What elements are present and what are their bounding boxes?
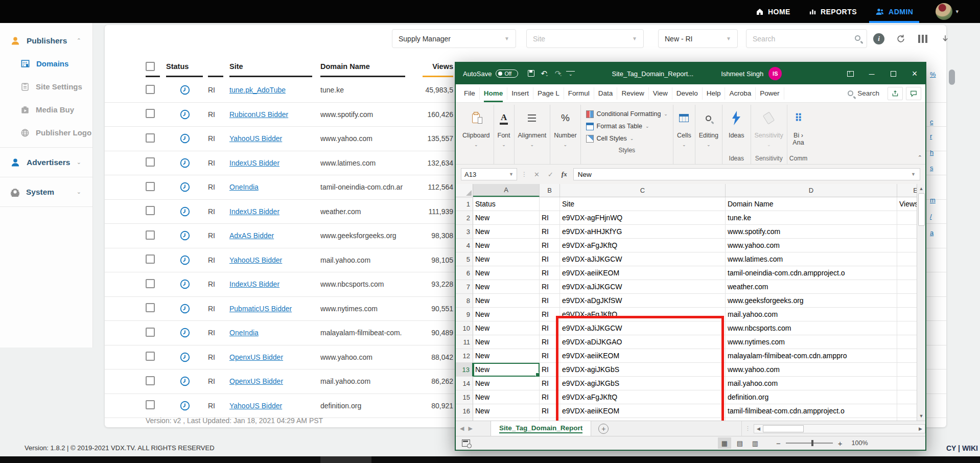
row-header[interactable]: 2 [456, 211, 473, 225]
sidebar-item-media-buy[interactable]: Media Buy [0, 98, 92, 121]
sheet-cell[interactable]: New [473, 377, 540, 390]
site-link[interactable]: tune.pk_AdoTube [229, 86, 286, 94]
scrollbar-thumb[interactable] [918, 193, 925, 226]
excel-tab-help[interactable]: Help [703, 87, 726, 100]
sheet-cell[interactable]: e9VDX-aeiiKEOM [560, 349, 726, 363]
sheet-cell[interactable]: e9VDX-aJiJKGCW [560, 280, 726, 294]
share-button[interactable] [888, 87, 903, 100]
zoom-in-button[interactable]: + [838, 439, 843, 448]
site-link[interactable]: YahooUS Bidder [229, 256, 282, 264]
sheet-tab[interactable]: Site_Tag_Domain_Report [491, 421, 591, 436]
sheet-cell[interactable]: tamil-oneindia-com.cdn.ampproject.o [726, 266, 897, 280]
site-link[interactable]: PubmaticUS Bidder [229, 305, 292, 313]
autosave-toggle[interactable]: Off [496, 70, 518, 78]
sidebar-item-site-settings[interactable]: Site Settings [0, 75, 92, 98]
sheet-cell[interactable]: e9VDX-aFgJKftQ [560, 239, 726, 252]
cancel-entry-button[interactable]: ✕ [532, 171, 542, 178]
row-header[interactable]: 9 [456, 308, 473, 321]
save-button[interactable] [525, 70, 537, 78]
sheet-cell[interactable]: e9VDX-aeiiKEOM [560, 266, 726, 280]
sheet-cell[interactable]: Views [897, 197, 917, 211]
sheet-cell[interactable]: RI [540, 363, 560, 377]
sheet-cell[interactable] [897, 266, 917, 280]
sheet-cell[interactable]: New [473, 418, 540, 421]
sheet-cell[interactable]: RI [540, 239, 560, 252]
row-header[interactable]: 14 [456, 377, 473, 390]
sheet-cell[interactable]: New [473, 404, 540, 418]
excel-tab-formul[interactable]: Formul [564, 87, 594, 100]
zoom-slider-thumb[interactable] [811, 440, 813, 446]
sheet-cell[interactable]: e9VDX-agiJKGbS [560, 363, 726, 377]
row-checkbox[interactable] [146, 85, 155, 94]
ribbon-group-number[interactable]: %Number⌄ [550, 105, 580, 164]
page-break-view-button[interactable]: ▥ [749, 437, 762, 449]
sheet-cell[interactable]: e9VDX-aHHJKfYG [560, 225, 726, 239]
nav-admin[interactable]: ADMIN [866, 0, 922, 23]
site-link[interactable]: OpenxUS Bidder [229, 377, 283, 385]
sheet-cell[interactable]: New [473, 390, 540, 404]
row-header[interactable]: 12 [456, 349, 473, 363]
sidebar-item-domains[interactable]: Domains [0, 52, 92, 75]
chevron-down-icon[interactable]: ⌄ [77, 159, 81, 166]
sheet-cell[interactable]: New [473, 335, 540, 349]
sheet-cell[interactable]: e9VDX-aDiJKGAO [560, 335, 726, 349]
sheet-cell[interactable] [897, 211, 917, 225]
excel-tab-pagel[interactable]: Page L [533, 87, 564, 100]
sheet-cell[interactable]: www.spotify.com [726, 225, 897, 239]
scrollbar-thumb[interactable] [763, 425, 804, 432]
redo-button[interactable]: ↷⌄ [552, 69, 565, 78]
confirm-entry-button[interactable]: ✓ [546, 171, 555, 178]
sheet-cell[interactable]: www.nytimes.com [726, 335, 897, 349]
account-badge[interactable]: IS [768, 67, 782, 80]
excel-title-bar[interactable]: AutoSave Off ↶⌄ ↷⌄ ⌄ Site_Tag_Domain_Rep… [456, 63, 925, 84]
excel-tab-data[interactable]: Data [594, 87, 618, 100]
row-checkbox[interactable] [146, 157, 155, 167]
sheet-cell[interactable] [897, 335, 917, 349]
sidebar-item-advertisers[interactable]: Advertisers ⌄ [0, 151, 92, 174]
minimize-button[interactable]: ─ [861, 63, 882, 84]
excel-tab-home[interactable]: Home [480, 87, 508, 100]
site-link[interactable]: OneIndia [229, 183, 259, 191]
row-checkbox[interactable] [146, 206, 155, 215]
refresh-button[interactable] [893, 32, 908, 45]
sheet-cell[interactable]: e9VDX-aJiJKGCW [560, 321, 726, 335]
row-checkbox[interactable] [146, 133, 155, 143]
sheet-cell[interactable] [897, 377, 917, 390]
excel-tab-file[interactable]: File [460, 87, 480, 100]
excel-tab-develo[interactable]: Develo [672, 87, 703, 100]
collapse-ribbon-button[interactable]: ⌃ [918, 154, 922, 161]
sheet-cell[interactable]: New [473, 225, 540, 239]
sheet-cell[interactable]: Domain Name [726, 197, 897, 211]
col-views[interactable]: Views [412, 55, 453, 78]
sheet-cell[interactable]: RI [540, 377, 560, 390]
excel-tab-review[interactable]: Review [617, 87, 648, 100]
sheet-cell[interactable] [897, 404, 917, 418]
row-header[interactable]: 3 [456, 225, 473, 239]
sheet-cell[interactable]: www.geeksforgeeks.org [726, 294, 897, 308]
sheet-cell[interactable] [897, 349, 917, 363]
row-header[interactable]: 5 [456, 252, 473, 266]
row-header[interactable]: 11 [456, 335, 473, 349]
site-link[interactable]: IndexUS Bidder [229, 159, 279, 167]
row-checkbox[interactable] [146, 400, 155, 409]
row-checkbox[interactable] [146, 328, 155, 337]
quick-access-customize-button[interactable]: ⌄ [566, 71, 575, 77]
row-checkbox[interactable] [146, 230, 155, 240]
conditional-formatting-button[interactable]: Conditional Formatting⌄ [586, 108, 668, 120]
row-checkbox[interactable] [146, 254, 155, 264]
sheet-cell[interactable]: RI [540, 321, 560, 335]
select-all-corner[interactable] [456, 184, 473, 197]
sheet-cell[interactable] [897, 418, 917, 421]
undo-button[interactable]: ↶⌄ [538, 69, 551, 78]
sheet-cell[interactable]: RI [540, 404, 560, 418]
sheet-cell[interactable]: weather.com [726, 280, 897, 294]
row-header[interactable]: 8 [456, 294, 473, 308]
row-header[interactable]: 1 [456, 197, 473, 211]
sheet-cell[interactable]: e9VDX-aeiiKEOM [560, 404, 726, 418]
sheet-cell[interactable]: e9VDX-aFgJKftQ [560, 308, 726, 321]
format-as-table-button[interactable]: Format as Table⌄ [586, 120, 668, 132]
column-header-B[interactable]: B [540, 184, 560, 197]
accessibility-status-icon[interactable] [462, 439, 470, 447]
column-header-D[interactable]: D [726, 184, 897, 197]
maximize-button[interactable] [882, 63, 904, 84]
